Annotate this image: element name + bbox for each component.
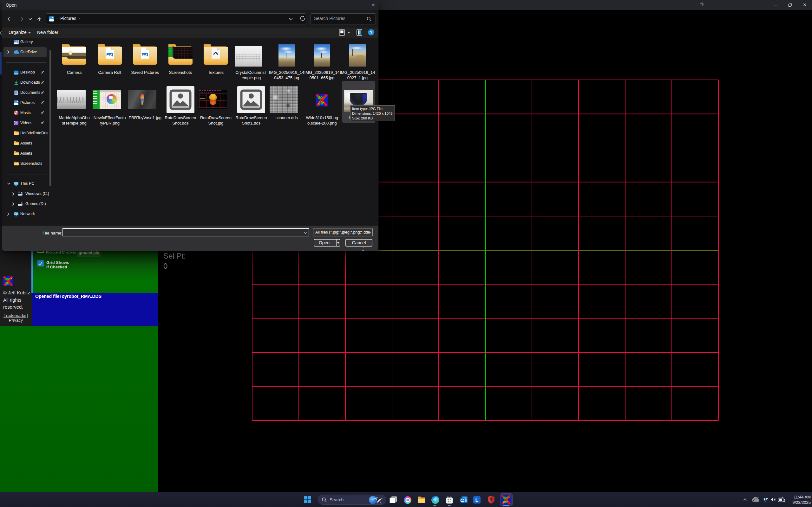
svg-text:HoT: HoT bbox=[5, 277, 11, 281]
svg-text:3D: 3D bbox=[503, 500, 507, 504]
svg-text:HoT: HoT bbox=[503, 496, 509, 500]
svg-text:HoT: HoT bbox=[317, 95, 325, 100]
svg-text:?: ? bbox=[370, 30, 373, 35]
svg-text:3D: 3D bbox=[5, 282, 9, 285]
